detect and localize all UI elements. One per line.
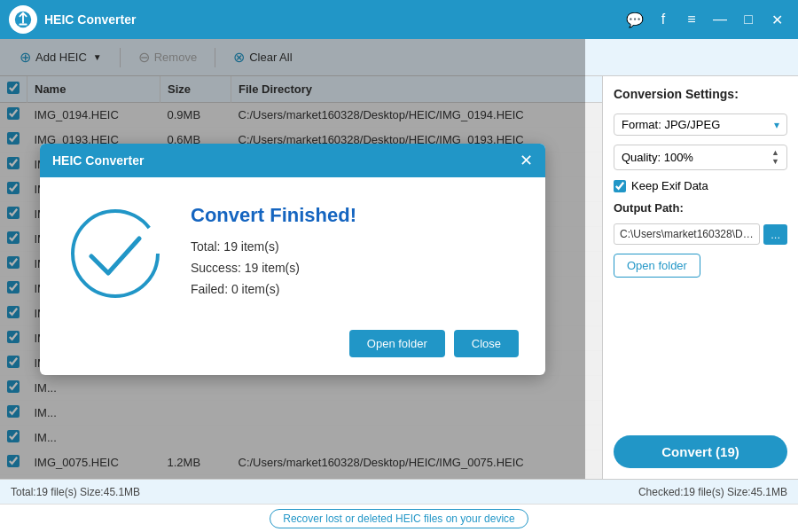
- svg-point-1: [73, 211, 158, 296]
- modal-total: Total: 19 item(s): [191, 239, 519, 254]
- app-logo: [9, 5, 37, 34]
- recover-link[interactable]: Recover lost or deleted HEIC files on yo…: [270, 509, 528, 528]
- keep-exif-checkbox[interactable]: [614, 180, 626, 192]
- output-path-box: C:\Users\market160328\Docu: [614, 223, 760, 245]
- window-controls: 💬 f ≡ — □ ✕: [622, 7, 789, 32]
- minimize-button[interactable]: —: [708, 7, 732, 32]
- browse-button[interactable]: ...: [763, 224, 787, 245]
- chat-icon[interactable]: 💬: [622, 7, 647, 32]
- keep-exif-label: Keep Exif Data: [631, 179, 708, 192]
- convert-finished-modal: HEIC Converter ✕ Convert Finished! Total…: [40, 144, 545, 375]
- quality-input: Quality: 100% ▲ ▼: [614, 145, 787, 170]
- modal-header: HEIC Converter ✕: [40, 144, 545, 177]
- status-left: Total:19 file(s) Size:45.1MB: [11, 486, 140, 498]
- app-title: HEIC Converter: [44, 12, 622, 27]
- quality-down-arrow[interactable]: ▼: [771, 158, 779, 166]
- menu-icon[interactable]: ≡: [679, 7, 704, 32]
- sidebar-title: Conversion Settings:: [614, 87, 787, 101]
- modal-title: HEIC Converter: [52, 153, 144, 168]
- status-right: Checked:19 file(s) Size:45.1MB: [638, 486, 787, 498]
- output-path-row: C:\Users\market160328\Docu ...: [614, 223, 787, 245]
- modal-info: Convert Finished! Total: 19 item(s) Succ…: [191, 204, 519, 303]
- modal-body: Convert Finished! Total: 19 item(s) Succ…: [40, 177, 545, 321]
- modal-success: Success: 19 item(s): [191, 261, 519, 275]
- title-bar: HEIC Converter 💬 f ≡ — □ ✕: [0, 0, 798, 39]
- modal-open-folder-button[interactable]: Open folder: [349, 330, 445, 357]
- modal-overlay: HEIC Converter ✕ Convert Finished! Total…: [0, 39, 585, 479]
- open-folder-button[interactable]: Open folder: [614, 254, 700, 278]
- output-path-label: Output Path:: [614, 201, 787, 215]
- chevron-down-icon: ▾: [774, 119, 779, 131]
- modal-failed: Failed: 0 item(s): [191, 282, 519, 296]
- modal-footer: Open folder Close: [40, 321, 545, 375]
- keep-exif-row: Keep Exif Data: [614, 179, 787, 192]
- bottom-bar: Recover lost or deleted HEIC files on yo…: [0, 504, 798, 532]
- quality-label: Quality: 100%: [622, 151, 693, 164]
- facebook-icon[interactable]: f: [651, 7, 676, 32]
- quality-up-arrow[interactable]: ▲: [771, 149, 779, 157]
- format-dropdown[interactable]: Format: JPG/JPEG ▾: [614, 113, 787, 136]
- modal-close-dialog-button[interactable]: Close: [454, 330, 519, 357]
- status-bar: Total:19 file(s) Size:45.1MB Checked:19 …: [0, 479, 798, 504]
- sidebar: Conversion Settings: Format: JPG/JPEG ▾ …: [603, 76, 798, 479]
- close-button[interactable]: ✕: [764, 7, 789, 32]
- maximize-button[interactable]: □: [736, 7, 761, 32]
- success-circle-icon: [66, 205, 164, 302]
- modal-close-button[interactable]: ✕: [520, 153, 533, 168]
- convert-button[interactable]: Convert (19): [614, 435, 787, 468]
- format-label: Format: JPG/JPEG: [622, 118, 720, 131]
- modal-heading: Convert Finished!: [191, 204, 519, 227]
- quality-arrows: ▲ ▼: [771, 149, 779, 166]
